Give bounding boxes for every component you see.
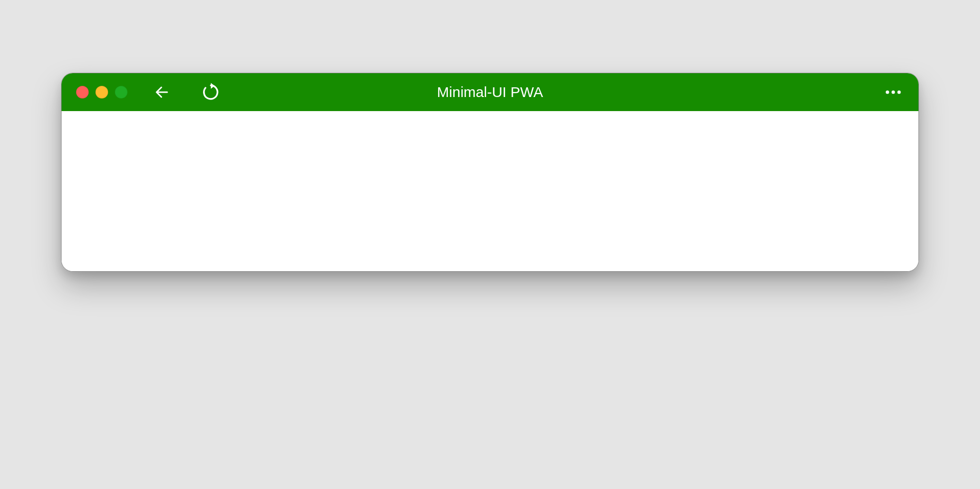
traffic-lights <box>76 86 127 98</box>
maximize-button[interactable] <box>115 86 127 98</box>
titlebar: Minimal-UI PWA <box>62 73 918 111</box>
content-area <box>62 111 918 271</box>
reload-button[interactable] <box>200 82 221 103</box>
svg-point-0 <box>886 91 889 94</box>
nav-controls <box>152 82 221 103</box>
back-button[interactable] <box>152 82 173 103</box>
window-title: Minimal-UI PWA <box>437 84 543 100</box>
svg-point-1 <box>892 91 895 94</box>
back-arrow-icon <box>153 82 172 102</box>
close-button[interactable] <box>76 86 89 98</box>
more-options-icon <box>884 89 903 95</box>
svg-point-2 <box>898 91 901 94</box>
more-options-button[interactable] <box>883 82 904 103</box>
app-window: Minimal-UI PWA <box>61 73 919 272</box>
reload-icon <box>201 82 221 102</box>
minimize-button[interactable] <box>95 86 108 98</box>
